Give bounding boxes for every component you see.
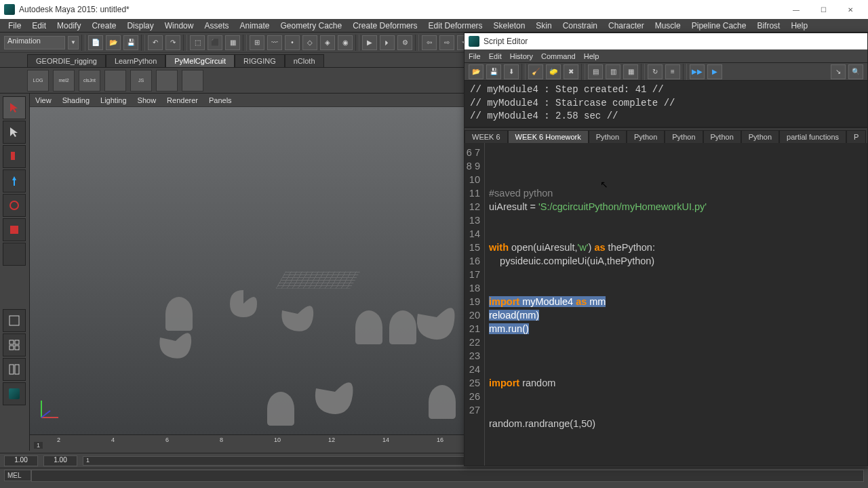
show-input-icon[interactable]: ▥ [606,64,620,79]
shelf-tab-geordie_rigging[interactable]: GEORDIE_rigging [27,54,106,67]
layout-four-icon[interactable] [3,333,26,357]
show-history-icon[interactable]: ▤ [588,64,603,79]
shelf-button[interactable]: LOG [27,70,49,92]
menu-set-arrow-icon[interactable]: ▼ [68,36,79,49]
script-tab[interactable]: WEEK 6 Homework [508,130,589,143]
snap-live-icon[interactable]: ◈ [320,35,335,50]
se-menu-file[interactable]: File [469,52,481,60]
save-script-icon[interactable]: 💾 [486,64,501,79]
new-scene-icon[interactable]: 📄 [88,35,103,50]
range-start-b[interactable]: 1.00 [43,455,77,466]
select-tool[interactable] [3,96,26,119]
shelf-button[interactable] [104,70,126,92]
menu-edit[interactable]: Edit [26,20,52,32]
move-tool[interactable] [3,169,26,192]
menu-window[interactable]: Window [159,20,199,32]
undo-icon[interactable]: ↶ [148,35,163,50]
scale-tool[interactable] [3,218,26,241]
ipr-icon[interactable]: ⏵ [380,35,395,50]
menu-set-selector[interactable]: Animation [4,36,65,49]
maya-home-icon[interactable] [3,382,26,405]
menu-assets[interactable]: Assets [199,20,234,32]
clear-history-icon[interactable]: 🧹 [528,64,543,79]
shelf-tab-rigging[interactable]: RIGGING [235,54,285,67]
menu-create[interactable]: Create [86,20,121,32]
paint-select-tool[interactable] [3,145,26,168]
script-code-pane[interactable]: 6 7 8 9 10 11 12 13 14 15 16 17 18 19 20… [465,143,867,466]
shelf-button[interactable] [156,70,178,92]
clear-all-icon[interactable]: ✖ [564,64,578,79]
go-to-line-icon[interactable]: ↘ [831,64,846,79]
code-body[interactable]: ↖ #saved python uiAresult = 'S:/cgcircui… [485,143,867,466]
save-scene-icon[interactable]: 💾 [123,35,138,50]
vp-menu-shading[interactable]: Shading [62,96,90,104]
select-object-icon[interactable]: ⬛ [208,35,222,50]
vp-menu-panels[interactable]: Panels [209,96,232,104]
command-language-label[interactable]: MEL [4,470,31,481]
se-menu-edit[interactable]: Edit [489,52,502,60]
line-numbers-icon[interactable]: ≡ [665,64,680,79]
execute-all-icon[interactable]: ▶▶ [690,64,705,79]
script-tab[interactable]: Python [703,130,741,143]
menu-modify[interactable]: Modify [52,20,86,32]
outputs-icon[interactable]: ⇨ [439,35,454,50]
menu-skin[interactable]: Skin [530,20,557,32]
open-scene-icon[interactable]: 📂 [106,35,121,50]
shelf-tab-pymelcgcircuit[interactable]: PyMelCgCircuit [165,54,235,67]
menu-bifrost[interactable]: Bifrost [751,20,785,32]
vp-menu-view[interactable]: View [35,96,52,104]
menu-edit-deformers[interactable]: Edit Deformers [423,20,488,32]
menu-skeleton[interactable]: Skeleton [488,20,531,32]
script-tab[interactable]: WEEK 6 [465,130,508,143]
script-tab[interactable]: Python [665,130,703,143]
layout-single-icon[interactable] [3,309,26,332]
redo-icon[interactable]: ↷ [165,35,180,50]
menu-geometry-cache[interactable]: Geometry Cache [275,20,348,32]
render-icon[interactable]: ▶ [362,35,377,50]
render-settings-icon[interactable]: ⚙ [397,35,412,50]
snap-plane-icon[interactable]: ◇ [302,35,317,50]
vp-menu-lighting[interactable]: Lighting [100,96,127,104]
open-script-icon[interactable]: 📂 [469,64,484,79]
range-start[interactable]: 1.00 [4,455,38,466]
shelf-button[interactable]: mel2 [53,70,75,92]
rotate-tool[interactable] [3,194,26,217]
select-component-icon[interactable]: ▦ [225,35,240,50]
se-menu-help[interactable]: Help [584,52,599,60]
clear-input-icon[interactable]: 🧽 [546,64,561,79]
menu-help[interactable]: Help [785,20,813,32]
minimize-button[interactable]: — [783,3,810,16]
echo-commands-icon[interactable]: ↻ [648,64,663,79]
menu-file[interactable]: File [3,20,26,32]
snap-point-icon[interactable]: • [285,35,300,50]
script-tab[interactable]: P [846,130,866,143]
select-hierarchy-icon[interactable]: ⬚ [190,35,205,50]
shelf-button[interactable] [182,70,203,92]
menu-constrain[interactable]: Constrain [557,20,603,32]
shelf-button[interactable]: JS [130,70,152,92]
show-both-icon[interactable]: ▦ [623,64,638,79]
layout-custom-icon[interactable] [3,358,26,381]
close-button[interactable]: ✕ [837,3,864,16]
se-menu-history[interactable]: History [510,52,533,60]
script-tab[interactable]: Python [627,130,665,143]
shelf-tab-ncloth[interactable]: nCloth [285,54,324,67]
menu-muscle[interactable]: Muscle [650,20,686,32]
menu-animate[interactable]: Animate [234,20,275,32]
command-input[interactable] [31,470,864,482]
script-tab[interactable]: partial functions [779,130,846,143]
menu-character[interactable]: Character [603,20,650,32]
save-to-shelf-icon[interactable]: ⬇ [504,64,519,79]
shelf-button[interactable]: clsJnt [79,70,100,92]
inputs-icon[interactable]: ⇦ [422,35,437,50]
script-tab[interactable]: Python [589,130,627,143]
execute-icon[interactable]: ▶ [707,64,722,79]
snap-curve-icon[interactable]: 〰 [267,35,282,50]
maximize-button[interactable]: ☐ [810,3,837,16]
script-output-pane[interactable]: // myModule4 : Step created: 41 // // my… [465,81,867,128]
snap-grid-icon[interactable]: ⊞ [250,35,264,50]
menu-pipeline-cache[interactable]: Pipeline Cache [686,20,752,32]
search-icon[interactable]: 🔍 [848,64,863,79]
menu-create-deformers[interactable]: Create Deformers [347,20,422,32]
vp-menu-show[interactable]: Show [138,96,157,104]
